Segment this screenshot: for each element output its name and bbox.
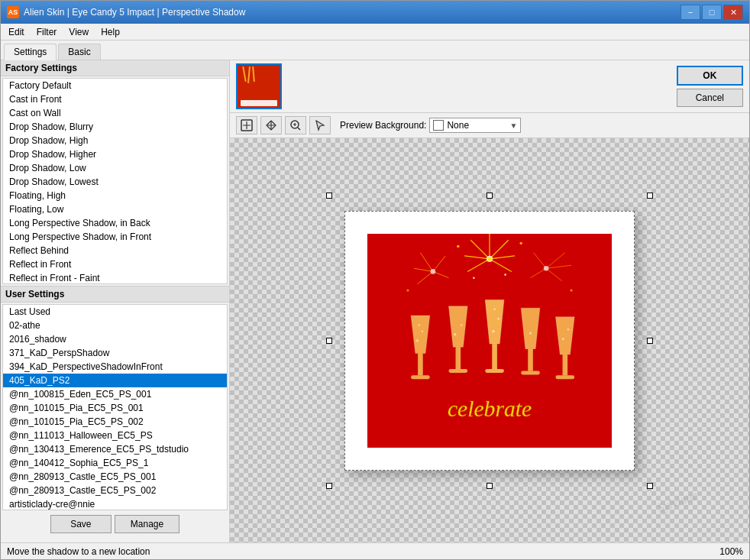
select-arrow-icon: ▼ — [509, 121, 517, 130]
svg-marker-40 — [485, 299, 504, 344]
zoom-fit-button[interactable] — [236, 116, 257, 134]
list-item[interactable]: Drop Shadow, Higher — [3, 147, 227, 161]
svg-point-45 — [493, 308, 495, 309]
svg-line-6 — [470, 240, 490, 259]
list-item[interactable]: Floating, High — [3, 189, 227, 202]
svg-rect-48 — [521, 371, 540, 374]
close-button[interactable]: ✕ — [723, 5, 743, 20]
list-item[interactable]: Factory Default — [3, 79, 227, 92]
window-title: Alien Skin | Eye Candy 5 Impact | Perspe… — [24, 7, 245, 18]
handle-bl[interactable] — [326, 483, 332, 489]
pan-icon — [265, 119, 277, 131]
list-item[interactable]: artisticlady-cre@nnie — [3, 497, 227, 510]
right-top: OK Cancel — [230, 60, 749, 113]
list-item[interactable]: @nn_111013_Halloween_EC5_PS — [3, 429, 227, 442]
pointer-button[interactable] — [309, 116, 331, 134]
menu-view[interactable]: View — [64, 25, 93, 39]
left-panel: Factory Settings Factory Default Cast in… — [1, 60, 230, 542]
handle-bc[interactable] — [487, 483, 493, 489]
bg-color-swatch — [433, 120, 444, 131]
svg-rect-37 — [448, 369, 467, 373]
menu-filter[interactable]: Filter — [32, 25, 62, 39]
svg-point-44 — [497, 317, 499, 319]
manage-button[interactable]: Manage — [115, 515, 179, 533]
handle-br[interactable] — [647, 483, 653, 489]
list-item[interactable]: Drop Shadow, High — [3, 134, 227, 147]
zoom-in-icon — [289, 119, 302, 131]
maximize-button[interactable]: □ — [702, 5, 722, 20]
svg-marker-29 — [411, 316, 430, 353]
svg-point-54 — [567, 328, 569, 329]
list-item-selected[interactable]: 405_KaD_PS2 — [3, 374, 227, 387]
cancel-button[interactable]: Cancel — [677, 89, 743, 107]
menu-edit[interactable]: Edit — [4, 25, 29, 39]
svg-point-49 — [529, 332, 532, 334]
user-settings-list[interactable]: Last Used 02-athe 2016_shadow 371_KaD_Pe… — [2, 304, 228, 510]
list-item[interactable]: @nn_101015_Pia_EC5_PS_001 — [3, 401, 227, 415]
handle-tc[interactable] — [487, 193, 493, 199]
list-item[interactable]: Reflect Behind — [3, 244, 227, 257]
svg-marker-46 — [521, 308, 540, 349]
factory-settings-list[interactable]: Factory Default Cast in Front Cast on Wa… — [2, 78, 228, 284]
preview-bg-select[interactable]: None ▼ — [429, 118, 521, 133]
card-white: celebrate — [344, 211, 635, 471]
list-item[interactable]: Floating, Low — [3, 202, 227, 216]
list-item[interactable]: Cast in Front — [3, 92, 227, 106]
list-item[interactable]: @nn_280913_Castle_EC5_PS_001 — [3, 470, 227, 484]
tab-basic[interactable]: Basic — [58, 44, 100, 60]
list-item[interactable]: 394_KaD_PerspectiveShadowInFront — [3, 360, 227, 374]
canvas-area[interactable]: celebrate Sylviane — [230, 138, 749, 542]
svg-point-39 — [461, 324, 462, 325]
list-item[interactable]: Drop Shadow, Low — [3, 161, 227, 175]
list-item[interactable]: Reflect in Front — [3, 257, 227, 271]
list-item[interactable]: @nn_140412_Sophia_EC5_PS_1 — [3, 456, 227, 470]
zoom-in-button[interactable] — [285, 116, 306, 134]
canvas-content: celebrate — [230, 138, 749, 542]
user-settings-section: User Settings Last Used 02-athe 2016_sha… — [1, 286, 229, 542]
list-item[interactable]: Long Perspective Shadow, in Back — [3, 216, 227, 230]
handle-tl[interactable] — [326, 193, 332, 199]
list-item[interactable]: Reflect in Front - Faint — [3, 271, 227, 284]
minimize-button[interactable]: − — [680, 5, 700, 20]
user-settings-buttons: Save Manage — [1, 512, 229, 536]
list-item[interactable]: 371_KaD_PerspShadow — [3, 346, 227, 360]
factory-settings-header: Factory Settings — [1, 60, 229, 76]
preview-bg-label: Preview Background: — [340, 120, 426, 131]
pan-button[interactable] — [260, 116, 282, 134]
tab-settings[interactable]: Settings — [4, 44, 57, 60]
svg-point-53 — [562, 337, 564, 339]
list-item[interactable]: @nn_280913_Castle_EC5_PS_002 — [3, 484, 227, 497]
svg-rect-41 — [492, 344, 497, 369]
list-item[interactable]: @nn_101015_Pia_EC5_PS_002 — [3, 415, 227, 429]
svg-line-11 — [420, 252, 432, 271]
toolbar: Preview Background: None ▼ — [230, 113, 749, 138]
status-bar: Move the shadow to a new location 100% — [1, 542, 749, 559]
list-item[interactable]: Cast on Wall — [3, 106, 227, 120]
handle-tr[interactable] — [647, 193, 653, 199]
list-item[interactable]: Last Used — [3, 305, 227, 319]
zoom-fit-icon — [241, 119, 253, 131]
list-item[interactable]: @nn_100815_Eden_EC5_PS_001 — [3, 387, 227, 401]
handle-ml[interactable] — [326, 338, 332, 344]
preview-thumbnail — [236, 63, 282, 109]
list-item[interactable]: 2016_shadow — [3, 332, 227, 346]
svg-point-34 — [419, 324, 420, 325]
list-item[interactable]: @nn_130413_Emerence_EC5_PS_tdstudio — [3, 442, 227, 456]
zoom-level: 100% — [719, 546, 743, 557]
save-button[interactable]: Save — [50, 515, 112, 533]
list-item[interactable]: Drop Shadow, Blurry — [3, 120, 227, 134]
svg-line-4 — [490, 255, 515, 258]
status-message: Move the shadow to a new location — [7, 546, 150, 557]
card-image: celebrate — [329, 196, 650, 486]
menu-help[interactable]: Help — [96, 25, 124, 39]
handle-mr[interactable] — [647, 338, 653, 344]
svg-line-5 — [490, 258, 512, 270]
ok-button[interactable]: OK — [677, 66, 743, 86]
svg-marker-35 — [448, 306, 467, 347]
list-item[interactable]: Drop Shadow, Lowest — [3, 175, 227, 189]
list-item[interactable]: Long Perspective Shadow, in Front — [3, 230, 227, 244]
ok-cancel-area: OK Cancel — [677, 66, 743, 107]
svg-line-3 — [490, 240, 509, 259]
svg-point-23 — [457, 244, 459, 247]
list-item[interactable]: 02-athe — [3, 319, 227, 332]
